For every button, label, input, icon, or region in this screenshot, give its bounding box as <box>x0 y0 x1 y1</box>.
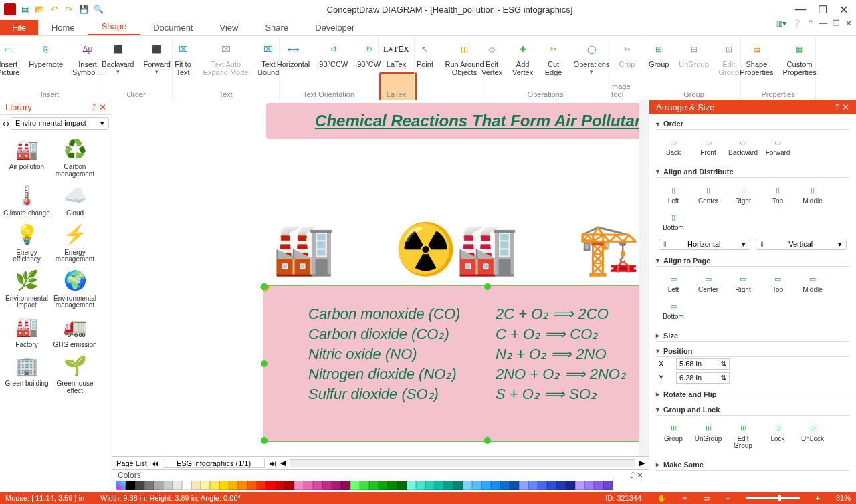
horizontal-button[interactable]: ⟷Horizontal <box>273 37 314 90</box>
qat-open-icon[interactable]: 📂 <box>33 3 45 15</box>
window-close-icon[interactable]: ✕ <box>839 3 848 16</box>
qat-undo-icon[interactable]: ↶ <box>48 3 60 15</box>
group-order-label: Order <box>126 90 145 100</box>
group-ops-label: Operations <box>528 90 564 100</box>
group-latex-label: LaTex <box>387 90 406 100</box>
group-button[interactable]: ⊞Group <box>644 37 673 90</box>
window-maximize-icon[interactable]: ☐ <box>818 3 827 16</box>
window-title: ConceptDraw DIAGRAM - [Health_pollution … <box>104 5 795 15</box>
ccw-button[interactable]: ↺90°CCW <box>315 37 352 90</box>
fit-to-text-button[interactable]: ⌧Fit to Text <box>169 37 198 90</box>
crop-button: ✂Crop <box>613 37 642 82</box>
window-minimize-icon[interactable]: — <box>795 3 806 16</box>
tab-share[interactable]: Share <box>251 20 302 35</box>
text-auto-expand-button: ⌧Text Auto Expand Mode <box>199 37 253 90</box>
qat-save-icon[interactable]: 💾 <box>78 3 90 15</box>
edit-vertex-button[interactable]: ◇Edit Vertex <box>477 37 507 90</box>
edit-group-button: ⊡Edit Group <box>714 37 744 90</box>
qat-redo-icon[interactable]: ↷ <box>63 3 75 15</box>
doc-minimize-icon[interactable]: — <box>819 19 827 28</box>
latex-button[interactable]: LATEXLaTex <box>382 37 411 90</box>
ribbon-min-icon[interactable]: ⌃ <box>807 19 814 28</box>
tab-view[interactable]: View <box>206 20 251 35</box>
tab-document[interactable]: Document <box>140 20 206 35</box>
group-props-label: Properties <box>761 90 794 100</box>
tab-shape[interactable]: Shape <box>88 19 140 35</box>
group-orient-label: Text Orientation <box>303 90 354 100</box>
qat-preview-icon[interactable]: 🔍 <box>92 3 104 15</box>
group-misc-label <box>448 90 450 100</box>
solutions-dropdown-icon[interactable]: ▥▾ <box>775 19 786 28</box>
doc-close-icon[interactable]: ✕ <box>845 19 852 28</box>
tab-home[interactable]: Home <box>38 20 88 35</box>
hypernote-button[interactable]: ⎘Hypernote <box>25 37 67 90</box>
ungroup-button: ⊟UnGroup <box>675 37 713 90</box>
custom-properties-button[interactable]: ▦Custom Properties <box>779 37 821 90</box>
tab-developer[interactable]: Developer <box>302 20 368 35</box>
insert-picture-button[interactable]: ▭Insert Picture <box>0 37 23 90</box>
group-insert-label: Insert <box>41 90 60 100</box>
help-icon[interactable]: ❔ <box>792 19 802 28</box>
qat-app-icon[interactable] <box>4 3 16 15</box>
cut-edge-button[interactable]: ✂Cut Edge <box>539 37 568 90</box>
file-menu[interactable]: File <box>0 20 38 35</box>
group-text-label: Text <box>219 90 232 100</box>
add-vertex-button[interactable]: ✚Add Vertex <box>508 37 538 90</box>
qat-new-icon[interactable]: ▤ <box>19 3 31 15</box>
group-group-label: Group <box>683 90 704 100</box>
doc-restore-icon[interactable]: ❐ <box>833 19 840 28</box>
group-image-label: Image Tool <box>610 82 644 100</box>
backward-button[interactable]: ⬛Backward <box>98 37 138 90</box>
